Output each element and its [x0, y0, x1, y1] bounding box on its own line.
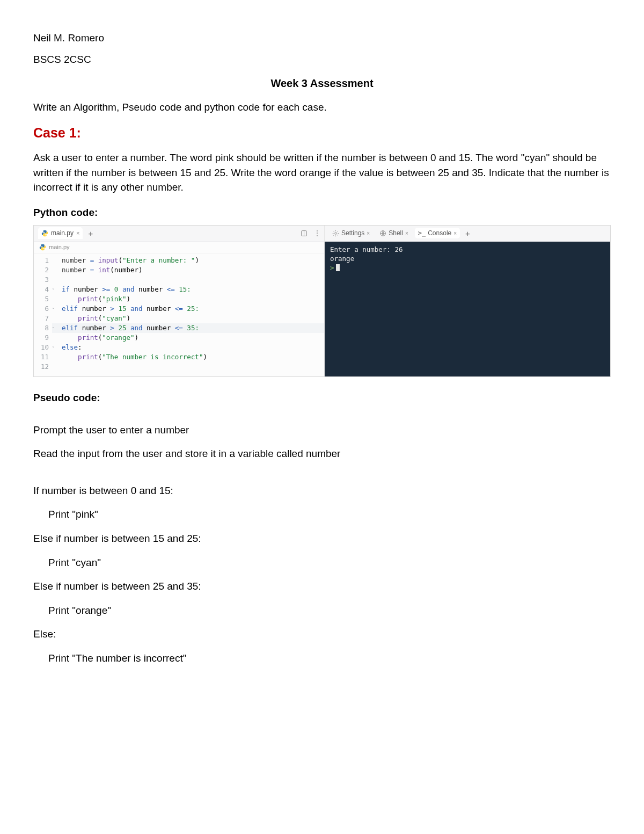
code-editor[interactable]: 1 2 3 4˅ 5 6˅ 7 8˅ 9 10˅ 11 12 number = … — [34, 253, 324, 376]
pseudo-line: Else: — [33, 627, 611, 642]
ide-screenshot: main.py × + ⋮ main.py 1 — [33, 225, 611, 377]
svg-point-1 — [46, 235, 46, 236]
document-title: Week 3 Assessment — [33, 77, 611, 90]
tab-console[interactable]: >_ Console × — [415, 228, 460, 238]
cursor-icon — [336, 264, 340, 271]
close-icon[interactable]: × — [405, 230, 408, 236]
pseudo-line: Else if number is between 25 and 35: — [33, 579, 611, 594]
svg-point-4 — [335, 232, 337, 234]
close-icon[interactable]: × — [367, 230, 370, 236]
new-tab-button[interactable]: + — [88, 229, 93, 238]
student-name: Neil M. Romero — [33, 32, 611, 44]
console-line: Enter a number: 26 — [330, 245, 605, 254]
pseudo-line: Print "cyan" — [33, 556, 611, 570]
pseudo-line: Print "orange" — [33, 604, 611, 618]
breadcrumb-label: main.py — [49, 244, 70, 250]
pseudo-line: Read the input from the user and store i… — [33, 447, 611, 461]
fold-icon[interactable]: ˅ — [50, 324, 55, 329]
console-line: orange — [330, 254, 605, 263]
python-file-icon — [39, 244, 46, 251]
pseudo-code-label: Pseudo code: — [33, 392, 611, 404]
case-1-description: Ask a user to enter a number. The word p… — [33, 150, 611, 195]
svg-point-0 — [43, 231, 44, 231]
pseudo-line: Print "pink" — [33, 507, 611, 522]
code-lines: number = input("Enter a number: ") numbe… — [52, 253, 324, 376]
new-tab-button[interactable]: + — [465, 229, 470, 238]
tab-settings[interactable]: Settings × — [329, 228, 373, 238]
console-output[interactable]: Enter a number: 26 orange > — [325, 242, 610, 376]
editor-tab-label: main.py — [51, 229, 74, 237]
student-class: BSCS 2CSC — [33, 54, 611, 66]
fold-icon[interactable]: ˅ — [50, 344, 55, 349]
console-prompt-icon: >_ — [418, 229, 426, 237]
document-page: Neil M. Romero BSCS 2CSC Week 3 Assessme… — [0, 0, 644, 834]
editor-tab-main[interactable]: main.py × — [38, 227, 83, 239]
case-1-heading: Case 1: — [33, 125, 611, 141]
close-icon[interactable]: × — [76, 230, 79, 236]
close-icon[interactable]: × — [453, 230, 457, 236]
python-code-label: Python code: — [33, 207, 611, 219]
fold-icon[interactable]: ˅ — [50, 305, 55, 310]
kebab-icon[interactable]: ⋮ — [314, 229, 320, 237]
python-file-icon — [41, 230, 48, 237]
pseudo-line: Else if number is between 15 and 25: — [33, 532, 611, 546]
layout-icon[interactable] — [301, 230, 308, 237]
shell-icon — [379, 230, 386, 237]
editor-tab-bar: main.py × + ⋮ — [34, 226, 324, 242]
console-tab-bar: Settings × Shell × >_ Console × + — [325, 226, 610, 242]
fold-icon[interactable]: ˅ — [50, 286, 55, 291]
assignment-instruction: Write an Algorithm, Pseudo code and pyth… — [33, 101, 611, 113]
line-gutter: 1 2 3 4˅ 5 6˅ 7 8˅ 9 10˅ 11 12 — [34, 253, 52, 376]
editor-pane: main.py × + ⋮ main.py 1 — [34, 226, 325, 376]
gear-icon — [332, 230, 339, 237]
breadcrumb: main.py — [34, 242, 324, 253]
pseudo-line: Prompt the user to enter a number — [33, 423, 611, 438]
pseudo-code-block: Prompt the user to enter a number Read t… — [33, 423, 611, 666]
tab-shell[interactable]: Shell × — [376, 228, 412, 238]
console-prompt-line: > — [330, 263, 605, 272]
console-pane: Settings × Shell × >_ Console × + — [325, 226, 610, 376]
pseudo-line: Print "The number is incorrect" — [33, 651, 611, 666]
pseudo-line: If number is between 0 and 15: — [33, 484, 611, 498]
